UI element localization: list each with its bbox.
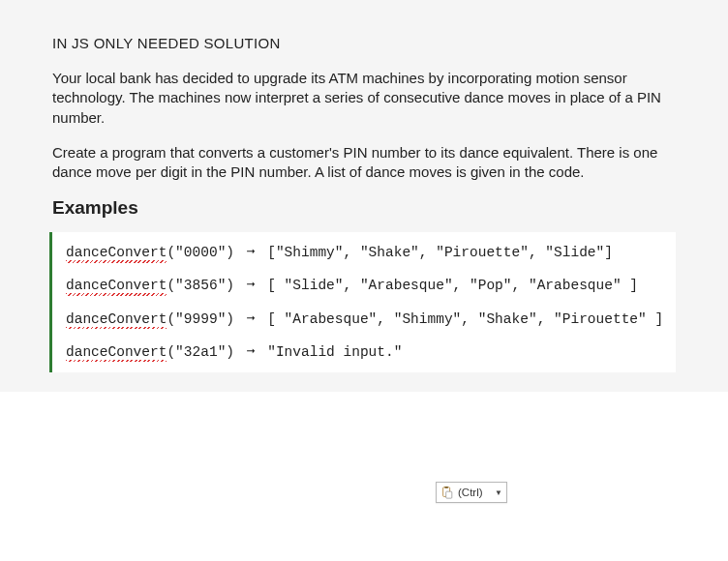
svg-rect-1 [444,487,448,488]
chevron-down-icon: ▼ [495,488,502,497]
code-examples: danceConvert("0000") ➞ ["Shimmy", "Shake… [49,232,676,372]
paste-label: (Ctrl) [458,487,483,498]
example-4-arg: ("32a1") [167,344,234,360]
intro-paragraph-2: Create a program that converts a custome… [52,143,676,183]
svg-rect-2 [446,491,452,498]
intro-paragraph-1: Your local bank has decided to upgrade i… [52,69,676,128]
example-1: danceConvert("0000") ➞ ["Shimmy", "Shake… [66,244,664,261]
arrow-icon: ➞ [247,343,256,361]
fn-name: danceConvert [66,343,167,361]
example-2-out: [ "Slide", "Arabesque", "Pop", "Arabesqu… [258,278,638,293]
example-2: danceConvert("3856") ➞ [ "Slide", "Arabe… [66,277,664,294]
example-4: danceConvert("32a1") ➞ "Invalid input." [66,343,664,361]
example-3-arg: ("9999") [167,311,234,327]
paste-options-button[interactable]: (Ctrl) ▼ [436,482,507,503]
fn-name: danceConvert [66,310,167,328]
example-1-out: ["Shimmy", "Shake", "Pirouette", "Slide"… [258,245,612,260]
example-4-out: "Invalid input." [258,344,402,360]
arrow-icon: ➞ [247,244,256,261]
example-2-arg: ("3856") [167,278,234,293]
examples-heading: Examples [52,197,676,219]
example-1-arg: ("0000") [167,245,234,260]
paste-icon [440,486,454,499]
example-3: danceConvert("9999") ➞ [ "Arabesque", "S… [66,310,664,328]
arrow-icon: ➞ [247,310,256,328]
example-3-out: [ "Arabesque", "Shimmy", "Shake", "Pirou… [258,311,663,327]
problem-content: IN JS ONLY NEEDED SOLUTION Your local ba… [0,0,728,392]
fn-name: danceConvert [66,277,167,294]
title-line: IN JS ONLY NEEDED SOLUTION [52,35,676,51]
arrow-icon: ➞ [247,277,256,294]
fn-name: danceConvert [66,244,167,261]
